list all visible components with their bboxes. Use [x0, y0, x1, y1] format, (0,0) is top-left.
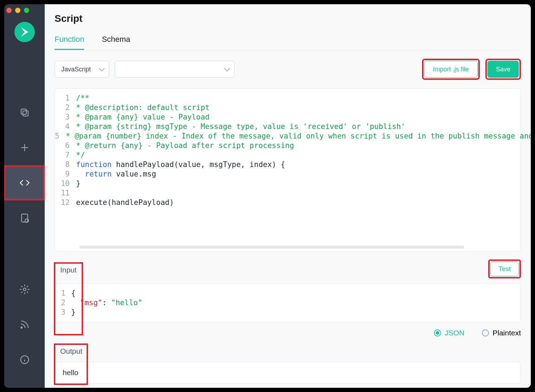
editor-scrollbar[interactable]	[80, 246, 464, 249]
nav-settings[interactable]	[4, 272, 45, 307]
tab-function[interactable]: Function	[55, 35, 84, 50]
nav-log[interactable]	[4, 200, 45, 236]
maximize-window[interactable]	[24, 8, 29, 13]
test-button[interactable]: Test	[490, 262, 519, 276]
input-label: Input	[55, 266, 77, 274]
tabs: Function Schema	[55, 35, 521, 50]
svg-point-7	[21, 327, 22, 328]
rss-icon	[19, 319, 30, 330]
info-icon	[19, 354, 30, 365]
toolbar: JavaScript Import .js file Save	[55, 59, 521, 80]
script-select[interactable]	[115, 61, 234, 78]
page-title: Script	[55, 13, 521, 24]
format-json[interactable]: JSON	[434, 329, 464, 337]
nav-connections[interactable]	[4, 95, 45, 130]
main-content: Script Function Schema JavaScript Import…	[45, 4, 531, 388]
sidebar	[4, 4, 45, 388]
code-icon	[19, 178, 30, 188]
svg-point-6	[23, 288, 26, 291]
format-plaintext[interactable]: Plaintext	[482, 329, 521, 337]
svg-rect-0	[21, 109, 26, 114]
output-box: hello	[55, 362, 521, 384]
plus-icon	[19, 142, 30, 153]
svg-rect-4	[21, 214, 28, 222]
nav-script[interactable]	[4, 165, 45, 200]
radio-icon	[482, 329, 489, 336]
nav-new[interactable]	[4, 130, 45, 165]
app-logo	[14, 22, 35, 42]
svg-rect-1	[23, 111, 28, 116]
language-select-value: JavaScript	[61, 66, 91, 73]
input-editor[interactable]: 1{ 2 "msg": "hello" 3}	[55, 283, 521, 322]
language-select[interactable]: JavaScript	[55, 61, 109, 78]
minimize-window[interactable]	[15, 8, 20, 13]
gear-icon	[19, 284, 30, 295]
copy-icon	[19, 107, 30, 118]
nav-info[interactable]	[4, 342, 45, 377]
save-button[interactable]: Save	[487, 61, 519, 78]
nav-feed[interactable]	[4, 307, 45, 342]
format-radio-group: JSON Plaintext	[55, 329, 521, 337]
close-window[interactable]	[6, 8, 12, 13]
radio-icon	[434, 329, 441, 336]
tab-schema[interactable]: Schema	[102, 35, 130, 50]
window-controls	[6, 8, 29, 13]
code-editor[interactable]: 1/** 2* @description: default script 3* …	[55, 88, 521, 252]
output-label: Output	[55, 347, 82, 355]
document-icon	[19, 213, 30, 223]
import-button[interactable]: Import .js file	[424, 61, 478, 78]
